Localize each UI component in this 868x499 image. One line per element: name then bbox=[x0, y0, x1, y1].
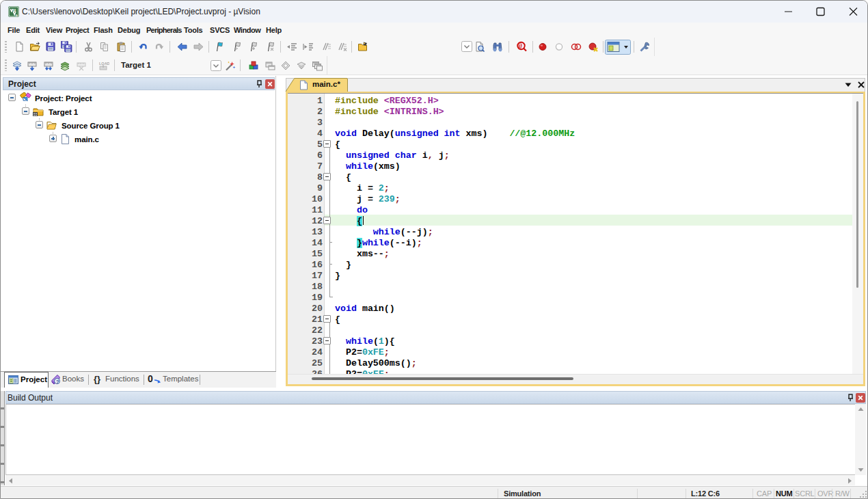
svg-text:@: @ bbox=[519, 43, 523, 50]
svg-text:LOAD: LOAD bbox=[99, 62, 109, 66]
svg-text:s: s bbox=[16, 13, 18, 17]
svg-text:?: ? bbox=[56, 379, 59, 385]
